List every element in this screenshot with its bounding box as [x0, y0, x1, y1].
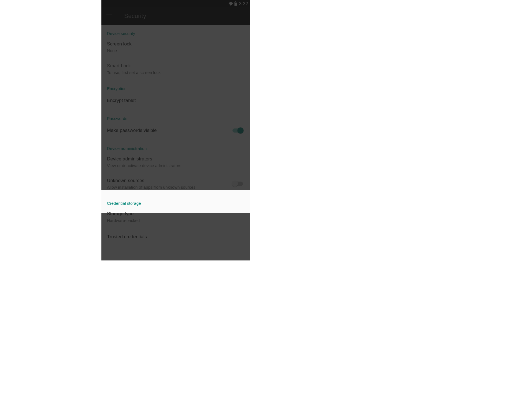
row-title: Device administrators: [107, 156, 245, 162]
row-subtitle: To use, first set a screen lock: [107, 70, 245, 75]
row-title: Trusted credentials: [107, 234, 245, 240]
section-header-label: Encryption: [107, 86, 127, 91]
row-make-passwords-visible[interactable]: Make passwords visible: [101, 121, 250, 140]
switch-make-passwords-visible[interactable]: [232, 127, 243, 134]
section-header-label: Passwords: [107, 116, 127, 121]
row-title: Storage type: [107, 211, 245, 217]
page-title: Security: [124, 12, 146, 20]
app-bar: Security: [101, 7, 250, 25]
menu-icon[interactable]: [106, 13, 113, 19]
section-header-label: Device security: [107, 31, 135, 36]
row-unknown-sources[interactable]: Unknown sources Allow installation of ap…: [101, 173, 250, 195]
status-clock: 3:32: [239, 1, 248, 6]
battery-icon: [234, 1, 237, 6]
row-storage-type[interactable]: Storage type Hardware-backed: [101, 206, 250, 228]
row-subtitle: View or deactivate device administrators: [107, 163, 245, 168]
row-title: Encrypt tablet: [107, 98, 245, 104]
section-passwords: Passwords: [101, 110, 250, 121]
section-header-label: Credential storage: [107, 201, 141, 206]
section-header-label: Device administration: [107, 146, 147, 151]
status-bar: 3:32: [101, 0, 250, 7]
row-screen-lock[interactable]: Screen lock None: [101, 36, 250, 58]
section-encryption: Encryption: [101, 80, 250, 91]
settings-list: Device security Screen lock None Smart L…: [101, 25, 250, 248]
row-encrypt-tablet[interactable]: Encrypt tablet: [101, 91, 250, 110]
row-subtitle: Hardware-backed: [107, 218, 245, 223]
svg-rect-2: [235, 2, 237, 6]
switch-unknown-sources[interactable]: [232, 181, 243, 187]
section-credential-storage: Credential storage: [101, 195, 250, 206]
row-title: Make passwords visible: [107, 127, 228, 134]
device-frame: 3:32 Security Device security Screen loc…: [101, 0, 250, 260]
row-device-administrators[interactable]: Device administrators View or deactivate…: [101, 151, 250, 173]
row-title: Unknown sources: [107, 178, 228, 184]
section-device-security: Device security: [101, 25, 250, 36]
row-subtitle: None: [107, 48, 245, 53]
wifi-icon: [228, 2, 233, 6]
row-smart-lock: Smart Lock To use, first set a screen lo…: [101, 58, 250, 80]
row-subtitle: Allow installation of apps from unknown …: [107, 185, 228, 190]
row-title: Screen lock: [107, 41, 245, 47]
row-trusted-credentials[interactable]: Trusted credentials: [101, 228, 250, 248]
row-title: Smart Lock: [107, 63, 245, 69]
section-device-administration: Device administration: [101, 140, 250, 151]
